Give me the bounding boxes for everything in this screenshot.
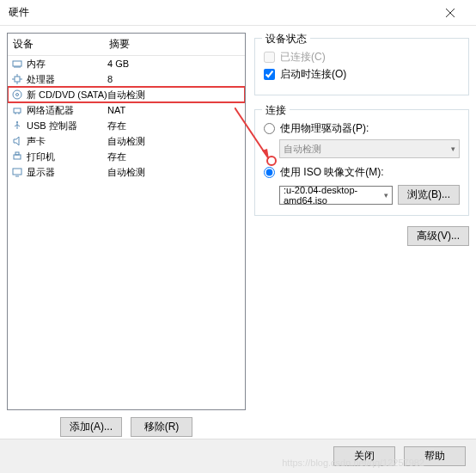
iso-path-value: :u-20.04-desktop-amd64.iso [284, 185, 384, 206]
connected-checkbox-row: 已连接(C) [264, 50, 460, 64]
remove-button[interactable]: 移除(R) [131, 417, 192, 437]
table-row[interactable]: 打印机存在 [8, 149, 245, 164]
device-list: 设备 摘要 内存4 GB处理器8新 CD/DVD (SATA)自动检测网络适配器… [7, 33, 246, 410]
device-summary: 存在 [107, 150, 126, 163]
use-physical-label: 使用物理驱动器(P): [280, 121, 369, 136]
table-row[interactable]: 内存4 GB [8, 56, 245, 71]
svg-rect-2 [13, 61, 21, 66]
table-row[interactable]: 网络适配器NAT [8, 102, 245, 118]
table-row[interactable]: 声卡自动检测 [8, 133, 245, 149]
connection-group-title: 连接 [262, 103, 290, 118]
device-name: 处理器 [27, 73, 107, 86]
device-name: 新 CD/DVD (SATA) [27, 89, 107, 101]
device-summary: 4 GB [107, 58, 129, 69]
connected-checkbox [264, 52, 275, 63]
advanced-button[interactable]: 高级(V)... [407, 226, 469, 246]
add-button[interactable]: 添加(A)... [60, 417, 122, 437]
svg-point-13 [16, 94, 19, 96]
svg-rect-14 [14, 108, 21, 113]
connected-label: 已连接(C) [280, 50, 326, 64]
device-name: 打印机 [27, 150, 107, 163]
status-group-title: 设备状态 [262, 32, 310, 46]
window-title: 硬件 [9, 5, 433, 20]
display-icon [11, 166, 23, 178]
printer-icon [11, 150, 23, 163]
use-iso-label: 使用 ISO 映像文件(M): [280, 165, 384, 180]
close-icon [446, 9, 455, 17]
memory-icon [11, 58, 23, 70]
close-button[interactable] [433, 0, 467, 26]
device-summary: 自动检测 [107, 166, 145, 179]
iso-path-combo[interactable]: :u-20.04-desktop-amd64.iso ▾ [279, 186, 393, 205]
connect-on-power-label: 启动时连接(O) [280, 67, 346, 82]
usb-icon [11, 120, 23, 132]
use-physical-radio[interactable] [264, 123, 275, 134]
cpu-icon [11, 73, 23, 85]
header-summary: 摘要 [104, 34, 245, 55]
svg-rect-24 [13, 169, 21, 175]
use-iso-radio[interactable] [264, 167, 275, 178]
table-row[interactable]: USB 控制器存在 [8, 118, 245, 133]
header-device: 设备 [8, 34, 104, 55]
device-name: 声卡 [27, 135, 107, 148]
use-physical-radio-row[interactable]: 使用物理驱动器(P): [264, 121, 460, 136]
help-button[interactable]: 帮助 [404, 446, 466, 466]
physical-drive-value: 自动检测 [284, 143, 321, 156]
device-summary: 存在 [107, 120, 126, 132]
svg-point-12 [13, 90, 21, 99]
svg-marker-21 [14, 137, 19, 145]
device-summary: NAT [107, 105, 125, 115]
list-header: 设备 摘要 [8, 34, 245, 56]
close-dialog-button[interactable]: 关闭 [333, 446, 395, 466]
chevron-down-icon[interactable]: ▾ [384, 191, 388, 200]
svg-rect-22 [14, 155, 21, 159]
chevron-down-icon: ▾ [451, 144, 455, 153]
sound-icon [11, 135, 23, 147]
device-status-group: 设备状态 已连接(C) 启动时连接(O) [254, 38, 469, 95]
svg-rect-7 [15, 77, 20, 82]
connect-on-power-checkbox[interactable] [264, 69, 275, 80]
use-iso-radio-row[interactable]: 使用 ISO 映像文件(M): [264, 165, 460, 180]
table-row[interactable]: 处理器8 [8, 71, 245, 87]
device-name: USB 控制器 [27, 120, 107, 132]
disc-icon [11, 89, 23, 101]
net-icon [11, 104, 23, 116]
connection-group: 连接 使用物理驱动器(P): 自动检测 ▾ 使用 ISO 映像文件(M): :u… [254, 109, 469, 216]
table-row[interactable]: 显示器自动检测 [8, 164, 245, 180]
device-name: 显示器 [27, 166, 107, 179]
device-summary: 自动检测 [107, 89, 145, 101]
physical-drive-select: 自动检测 ▾ [279, 139, 460, 158]
device-summary: 8 [107, 74, 113, 84]
connect-on-power-row[interactable]: 启动时连接(O) [264, 67, 460, 82]
table-row[interactable]: 新 CD/DVD (SATA)自动检测 [8, 87, 245, 102]
browse-button[interactable]: 浏览(B)... [398, 185, 460, 205]
device-summary: 自动检测 [107, 135, 145, 148]
device-name: 网络适配器 [27, 104, 107, 117]
svg-rect-23 [15, 152, 19, 155]
device-name: 内存 [27, 58, 107, 71]
